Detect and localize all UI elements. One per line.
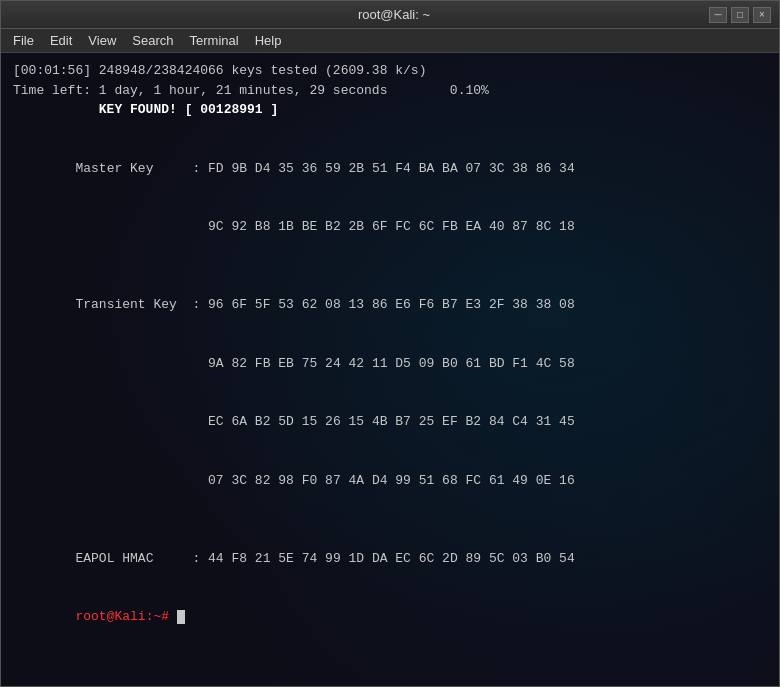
output-key-found: KEY FOUND! [ 00128991 ] bbox=[13, 100, 767, 120]
terminal-body[interactable]: [00:01:56] 248948/238424066 keys tested … bbox=[1, 53, 779, 686]
transient-key-val1: : 96 6F 5F 53 62 08 13 86 E6 F6 B7 E3 2F… bbox=[192, 297, 574, 312]
prompt-line: root@Kali:~# bbox=[13, 588, 767, 647]
window-title: root@Kali: ~ bbox=[358, 7, 430, 22]
menu-help[interactable]: Help bbox=[247, 31, 290, 50]
master-key-indent bbox=[75, 219, 192, 234]
window-controls: ─ □ × bbox=[709, 7, 771, 23]
cursor bbox=[177, 610, 185, 624]
maximize-button[interactable]: □ bbox=[731, 7, 749, 23]
transient-key-val4: 07 3C 82 98 F0 87 4A D4 99 51 68 FC 61 4… bbox=[192, 473, 574, 488]
terminal-window: root@Kali: ~ ─ □ × File Edit View Search… bbox=[0, 0, 780, 687]
menu-view[interactable]: View bbox=[80, 31, 124, 50]
menu-file[interactable]: File bbox=[5, 31, 42, 50]
menu-edit[interactable]: Edit bbox=[42, 31, 80, 50]
output-transient-key-label: Transient Key : 96 6F 5F 53 62 08 13 86 … bbox=[13, 276, 767, 335]
prompt-text: root@Kali:~# bbox=[75, 609, 176, 624]
transient-key-label: Transient Key bbox=[75, 297, 192, 312]
menu-terminal[interactable]: Terminal bbox=[182, 31, 247, 50]
master-key-label: Master Key bbox=[75, 161, 192, 176]
output-master-key-label: Master Key : FD 9B D4 35 36 59 2B 51 F4 … bbox=[13, 139, 767, 198]
output-blank-2 bbox=[13, 256, 767, 276]
master-key-val2: 9C 92 B8 1B BE B2 2B 6F FC 6C FB EA 40 8… bbox=[192, 219, 574, 234]
output-line-2: Time left: 1 day, 1 hour, 21 minutes, 29… bbox=[13, 81, 767, 101]
output-transient-key-val3: EC 6A B2 5D 15 26 15 4B B7 25 EF B2 84 C… bbox=[13, 393, 767, 452]
transient-key-val2: 9A 82 FB EB 75 24 42 11 D5 09 B0 61 BD F… bbox=[192, 356, 574, 371]
output-blank-3 bbox=[13, 510, 767, 530]
eapol-hmac-val1: : 44 F8 21 5E 74 99 1D DA EC 6C 2D 89 5C… bbox=[192, 551, 574, 566]
output-line-1: [00:01:56] 248948/238424066 keys tested … bbox=[13, 61, 767, 81]
output-transient-key-val2: 9A 82 FB EB 75 24 42 11 D5 09 B0 61 BD F… bbox=[13, 334, 767, 393]
transient-key-indent2 bbox=[75, 356, 192, 371]
output-transient-key-val4: 07 3C 82 98 F0 87 4A D4 99 51 68 FC 61 4… bbox=[13, 451, 767, 510]
transient-key-indent3 bbox=[75, 414, 192, 429]
output-master-key-val2: 9C 92 B8 1B BE B2 2B 6F FC 6C FB EA 40 8… bbox=[13, 198, 767, 257]
minimize-button[interactable]: ─ bbox=[709, 7, 727, 23]
eapol-hmac-label: EAPOL HMAC bbox=[75, 551, 192, 566]
menu-bar: File Edit View Search Terminal Help bbox=[1, 29, 779, 53]
transient-key-val3: EC 6A B2 5D 15 26 15 4B B7 25 EF B2 84 C… bbox=[192, 414, 574, 429]
output-blank-1 bbox=[13, 120, 767, 140]
terminal-output: [00:01:56] 248948/238424066 keys tested … bbox=[13, 61, 767, 646]
menu-search[interactable]: Search bbox=[124, 31, 181, 50]
transient-key-indent4 bbox=[75, 473, 192, 488]
title-bar: root@Kali: ~ ─ □ × bbox=[1, 1, 779, 29]
master-key-val1: : FD 9B D4 35 36 59 2B 51 F4 BA BA 07 3C… bbox=[192, 161, 574, 176]
close-button[interactable]: × bbox=[753, 7, 771, 23]
output-eapol-label: EAPOL HMAC : 44 F8 21 5E 74 99 1D DA EC … bbox=[13, 529, 767, 588]
